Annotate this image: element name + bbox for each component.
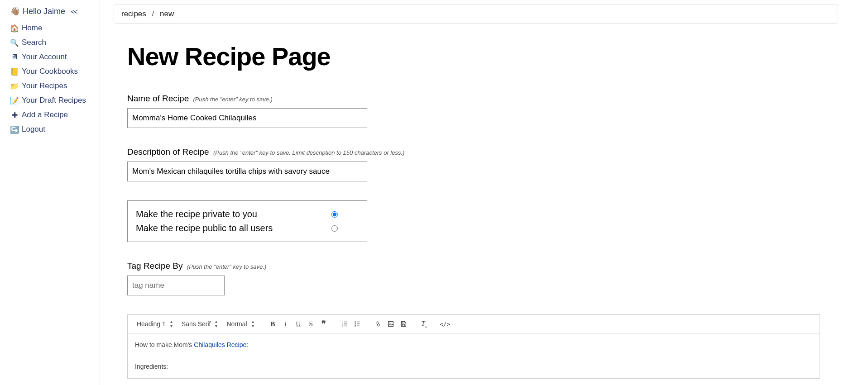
rich-text-editor: Heading 1 ▴▾ Sans Serif ▴▾ Normal ▴▾ B I…	[127, 314, 820, 379]
sidebar-item-label: Your Draft Recipes	[22, 96, 86, 105]
breadcrumb-part[interactable]: new	[160, 10, 174, 18]
page-title: New Recipe Page	[127, 42, 820, 71]
sidebar-item-label: Search	[22, 38, 46, 47]
sidebar-item-logout[interactable]: ↪️ Logout	[10, 122, 95, 137]
svg-text:3: 3	[341, 325, 343, 327]
sidebar-item-label: Logout	[22, 125, 45, 134]
breadcrumb-part[interactable]: recipes	[121, 10, 146, 18]
plus-icon: ✚	[10, 111, 19, 119]
save-button[interactable]	[397, 318, 410, 330]
ordered-list-button[interactable]: 123	[338, 318, 351, 330]
sidebar-item-label: Your Account	[22, 52, 67, 62]
recipe-description-hint: (Push the "enter" key to save. Limit des…	[213, 149, 405, 156]
visibility-block: Make the recipe private to you Make the …	[127, 200, 820, 242]
label-text: Description of Recipe	[127, 147, 209, 157]
sidebar-item-drafts[interactable]: 📝 Your Draft Recipes	[10, 93, 95, 108]
visibility-private-label: Make the recipe private to you	[136, 209, 257, 219]
image-icon	[387, 320, 394, 328]
recipe-description-label: Description of Recipe (Push the "enter" …	[127, 147, 820, 157]
editor-text: How to make Mom's	[135, 341, 194, 348]
editor-body[interactable]: How to make Mom's Chilaquiles Recipe: In…	[128, 333, 820, 378]
code-block-button[interactable]: </>	[439, 318, 451, 330]
unordered-list-icon	[354, 320, 361, 328]
svg-rect-15	[402, 324, 404, 326]
font-select[interactable]: Sans Serif ▴▾	[177, 318, 222, 330]
tag-block: Tag Recipe By (Push the "enter" key to s…	[127, 261, 820, 295]
strike-button[interactable]: S	[305, 318, 317, 330]
main-content: recipes / new New Recipe Page Name of Re…	[100, 0, 868, 385]
clear-format-button[interactable]: Tx	[418, 318, 431, 330]
chevron-updown-icon: ▴▾	[252, 319, 254, 328]
bold-button[interactable]: B	[267, 318, 279, 330]
home-icon: 🏠	[10, 24, 19, 33]
logout-icon: ↪️	[10, 125, 19, 134]
sidebar-nav: 🏠 Home 🔍 Search 🖥 Your Account 📒 Your Co…	[10, 21, 95, 137]
sidebar-item-label: Home	[22, 24, 42, 33]
chevron-updown-icon: ▴▾	[170, 319, 173, 328]
recipe-name-block: Name of Recipe (Push the "enter" key to …	[127, 94, 820, 128]
editor-toolbar: Heading 1 ▴▾ Sans Serif ▴▾ Normal ▴▾ B I…	[128, 315, 820, 333]
recipe-description-block: Description of Recipe (Push the "enter" …	[127, 147, 820, 181]
tag-label: Tag Recipe By (Push the "enter" key to s…	[127, 261, 820, 271]
code-icon: </>	[440, 321, 450, 328]
ordered-list-icon: 123	[341, 320, 348, 328]
save-icon	[400, 320, 407, 328]
svg-point-8	[355, 325, 356, 327]
chevron-updown-icon: ▴▾	[215, 319, 217, 328]
wave-icon: 👋🏽	[10, 6, 20, 16]
heading-select-value: Heading 1	[137, 320, 166, 328]
heading-select[interactable]: Heading 1 ▴▾	[132, 318, 177, 330]
greeting-text: Hello Jaime	[23, 7, 65, 16]
label-text: Tag Recipe By	[127, 261, 183, 271]
memo-icon: 📝	[10, 96, 19, 105]
svg-point-6	[355, 321, 356, 323]
image-button[interactable]	[384, 318, 397, 330]
sidebar-item-label: Add a Recipe	[22, 110, 68, 119]
tag-hint: (Push the "enter" key to save.)	[187, 263, 266, 270]
visibility-private-radio[interactable]	[331, 211, 338, 218]
sidebar-item-home[interactable]: 🏠 Home	[10, 21, 95, 35]
svg-rect-12	[388, 322, 393, 327]
sidebar-item-cookbooks[interactable]: 📒 Your Cookbooks	[10, 64, 95, 79]
recipe-name-input[interactable]	[127, 108, 367, 128]
breadcrumb-separator: /	[152, 10, 154, 18]
font-select-value: Sans Serif	[182, 320, 211, 328]
svg-point-7	[355, 323, 356, 325]
size-select-value: Normal	[226, 320, 247, 328]
editor-line: How to make Mom's Chilaquiles Recipe:	[135, 340, 812, 351]
recipe-name-hint: (Push the "enter" key to save.)	[193, 96, 273, 103]
sidebar-collapse-toggle[interactable]: <<	[71, 8, 77, 15]
monitor-icon: 🖥	[10, 53, 19, 61]
visibility-private-row[interactable]: Make the recipe private to you	[136, 207, 359, 221]
sidebar-item-add-recipe[interactable]: ✚ Add a Recipe	[10, 108, 95, 122]
notebook-icon: 📒	[10, 67, 19, 76]
sidebar-item-label: Your Cookbooks	[22, 67, 78, 76]
search-icon: 🔍	[10, 38, 19, 47]
breadcrumb: recipes / new	[114, 5, 838, 24]
link-icon	[374, 320, 382, 328]
label-text: Name of Recipe	[127, 94, 189, 103]
sidebar-item-search[interactable]: 🔍 Search	[10, 35, 95, 50]
tag-input[interactable]	[127, 276, 225, 295]
visibility-public-label: Make the recipe public to all users	[136, 223, 273, 233]
italic-button[interactable]: I	[279, 318, 292, 330]
editor-line: Ingredients:	[135, 361, 812, 372]
sidebar: 👋🏽 Hello Jaime << 🏠 Home 🔍 Search 🖥 Your…	[0, 0, 100, 385]
sidebar-item-label: Your Recipes	[22, 81, 67, 90]
underline-button[interactable]: U	[292, 318, 305, 330]
sidebar-item-account[interactable]: 🖥 Your Account	[10, 50, 95, 64]
blockquote-button[interactable]: ❞	[317, 318, 330, 330]
recipe-name-label: Name of Recipe (Push the "enter" key to …	[127, 94, 820, 104]
link-button[interactable]	[372, 318, 384, 330]
sidebar-item-recipes[interactable]: 📁 Your Recipes	[10, 79, 95, 93]
sidebar-greeting: 👋🏽 Hello Jaime <<	[10, 6, 95, 16]
visibility-public-radio[interactable]	[331, 225, 338, 232]
size-select[interactable]: Normal ▴▾	[222, 318, 258, 330]
visibility-public-row[interactable]: Make the recipe public to all users	[136, 221, 359, 235]
editor-link[interactable]: Chilaquiles Recipe:	[194, 341, 248, 348]
svg-point-13	[389, 323, 390, 323]
recipe-description-input[interactable]	[127, 162, 367, 181]
clear-format-icon: Tx	[421, 320, 427, 328]
unordered-list-button[interactable]	[351, 318, 364, 330]
folder-icon: 📁	[10, 82, 19, 90]
